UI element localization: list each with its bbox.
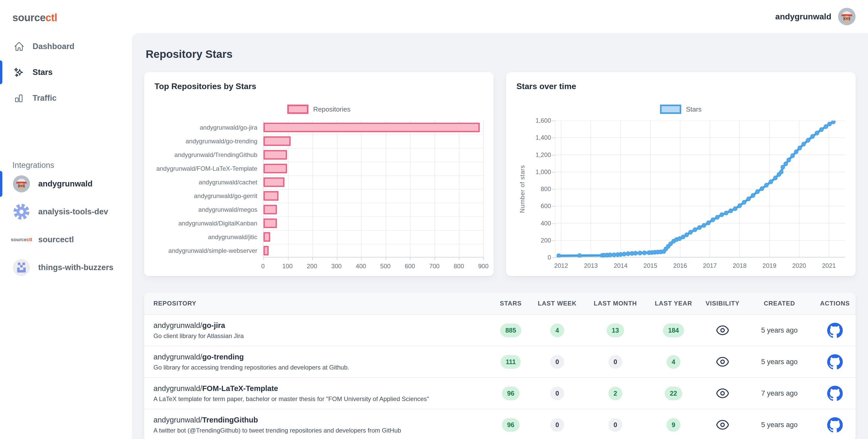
x-tick-label: 500 [380, 263, 391, 270]
repository-cell: andygrunwald/go-trendingGo library for a… [144, 353, 491, 371]
last-month-cell: 2 [584, 386, 646, 400]
column-header-actions: ACTIONS [814, 300, 856, 307]
logo-ctl-part: ctl [45, 12, 57, 23]
topbar-username[interactable]: andygrunwald [775, 12, 831, 22]
grid-line [483, 121, 484, 257]
github-link-icon[interactable] [827, 328, 843, 332]
sidebar-item-stars[interactable]: Stars [0, 59, 132, 85]
integration-label: andygrunwald [38, 179, 92, 189]
bar-category-label: andygrunwald/go-trending [154, 134, 257, 148]
bar-row [264, 216, 483, 230]
column-header-last-year: LAST YEAR [646, 300, 701, 307]
axis-tick [552, 257, 555, 258]
integration-item-analysis-tools-dev[interactable]: analysis-tools-dev [0, 198, 132, 226]
integration-item-things-with-buzzers[interactable]: things-with-buzzers [0, 254, 132, 281]
sidebar-item-label: Dashboard [33, 42, 74, 51]
x-tick-label: 2014 [614, 262, 627, 269]
visibility-cell [701, 323, 745, 337]
sourcectl-wordmark-icon: sourcectl [12, 230, 30, 249]
last-week-cell: 0 [530, 386, 584, 400]
integrations-list: andygrunwaldanalysis-tools-devsourcectls… [0, 170, 132, 281]
repository-name[interactable]: andygrunwald/TrendingGithub [153, 416, 491, 424]
y-tick-label: 1,200 [535, 151, 551, 159]
buzzers-icon [12, 258, 30, 277]
sidebar-item-label: Traffic [33, 93, 57, 103]
column-header-repository: REPOSITORY [144, 300, 491, 307]
repository-name[interactable]: andygrunwald/FOM-LaTeX-Template [153, 384, 491, 393]
axis-tick [552, 206, 555, 207]
bar-row [264, 134, 483, 148]
axis-tick [552, 223, 555, 224]
repositories-table: REPOSITORYSTARSLAST WEEKLAST MONTHLAST Y… [144, 292, 856, 439]
repository-description: A twitter bot (@TrendingGithub) to tweet… [153, 427, 491, 434]
x-tick-label: 2019 [763, 262, 776, 269]
bar-chart-bars [263, 121, 483, 257]
bar-row [264, 148, 483, 162]
x-tick-label: 2021 [822, 262, 836, 269]
last-year-cell: 22 [646, 386, 701, 400]
line-chart-canvas [555, 121, 845, 257]
count-badge: 0 [609, 355, 622, 369]
x-tick-label: 0 [261, 263, 265, 270]
count-badge: 885 [500, 323, 521, 337]
bar-simple-webserver [264, 246, 269, 255]
bar-cachet [264, 178, 284, 187]
stars-cell: 111 [491, 355, 530, 369]
repository-name[interactable]: andygrunwald/go-trending [153, 353, 491, 361]
page-title: Repository Stars [146, 48, 856, 60]
eye-icon [716, 359, 730, 364]
actions-cell [814, 385, 856, 401]
column-header-last-month: LAST MONTH [584, 300, 646, 307]
table-row: andygrunwald/TrendingGithubA twitter bot… [144, 409, 856, 439]
repository-description: Go library for accessing trending reposi… [153, 364, 491, 371]
bar-go-jira [264, 123, 480, 132]
y-tick-label: 600 [541, 202, 551, 210]
integration-item-sourcectl[interactable]: sourcectlsourcectl [0, 226, 132, 254]
user-avatar-icon [12, 175, 30, 193]
integration-item-andygrunwald[interactable]: andygrunwald [0, 170, 132, 198]
actions-cell [814, 354, 856, 370]
stars-cell: 885 [491, 323, 530, 337]
bar-chart-x-axis: 0100200300400500600700800900 [154, 261, 483, 272]
axis-tick [337, 257, 337, 260]
count-badge: 0 [609, 418, 622, 432]
axis-tick [459, 257, 459, 260]
axis-tick [264, 257, 264, 260]
app-logo[interactable]: sourcectl [0, 0, 132, 24]
bar-row [264, 203, 483, 216]
y-tick-label: 200 [541, 237, 551, 244]
bar-category-label: andygrunwald/megos [154, 203, 257, 216]
repository-name[interactable]: andygrunwald/go-jira [153, 321, 491, 330]
last-year-cell: 9 [646, 418, 701, 432]
user-avatar[interactable] [838, 8, 856, 25]
axis-tick [552, 241, 555, 241]
line-chart-y-ticks: 02004006008001,0001,2001,4001,600 [528, 121, 555, 257]
y-tick-label: 800 [541, 185, 551, 193]
line-chart-title: Stars over time [517, 82, 845, 91]
github-link-icon[interactable] [827, 422, 843, 427]
bar-chart-title: Top Repositories by Stars [154, 82, 483, 91]
bar-row [264, 230, 483, 244]
bar-row [264, 189, 483, 203]
table-row: andygrunwald/go-jiraGo client library fo… [144, 315, 856, 346]
bar-row [264, 244, 483, 257]
sidebar-item-dashboard[interactable]: Dashboard [0, 34, 132, 59]
gear-icon [12, 203, 30, 221]
count-badge: 0 [550, 418, 564, 432]
github-link-icon[interactable] [827, 391, 843, 395]
bar-chart-plot: andygrunwald/go-jiraandygrunwald/go-tren… [154, 121, 483, 257]
active-indicator-bar [0, 60, 2, 84]
bar-TrendingGithub [264, 150, 287, 160]
count-badge: 13 [607, 323, 624, 337]
line-chart-legend: Stars [517, 104, 845, 114]
github-link-icon[interactable] [827, 359, 843, 364]
y-tick-label: 400 [541, 220, 551, 227]
x-tick-label: 2016 [673, 262, 687, 269]
home-icon [13, 41, 25, 52]
bar-legend-swatch [287, 104, 308, 114]
sidebar-item-traffic[interactable]: Traffic [0, 85, 132, 111]
stars-cell: 96 [491, 418, 530, 432]
visibility-cell [701, 418, 745, 432]
created-cell: 5 years ago [745, 358, 814, 366]
x-tick-label: 200 [307, 263, 317, 270]
